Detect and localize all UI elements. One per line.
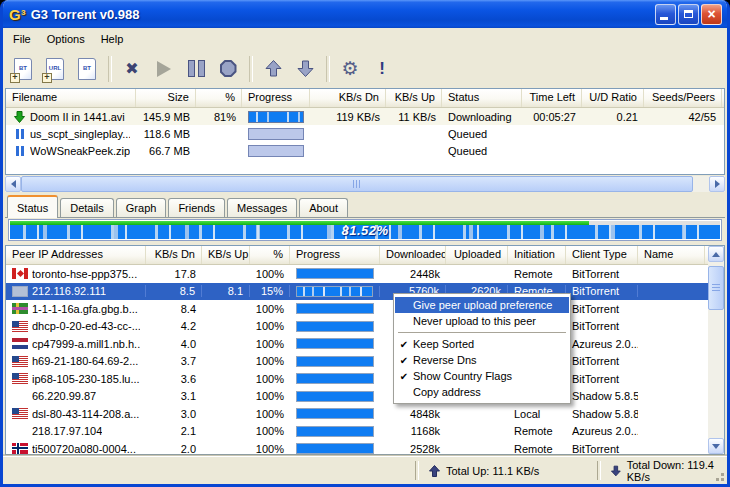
context-menu-item[interactable]: Give peer upload preference <box>395 297 569 313</box>
torrent-column-header-status[interactable]: Status <box>442 89 522 107</box>
peer-progress-bar <box>296 391 374 402</box>
tab-details[interactable]: Details <box>60 198 114 217</box>
menu-item-options[interactable]: Options <box>39 30 93 48</box>
tab-status[interactable]: Status <box>7 195 58 218</box>
remove-torrent-button[interactable]: ✖ <box>118 54 146 84</box>
peer-progress-bar <box>296 286 373 297</box>
peer-row[interactable]: 66.220.99.873.1100%Shadow 5.8.5 <box>6 388 724 406</box>
tab-friends[interactable]: Friends <box>168 198 225 217</box>
peer-progress-bar <box>296 443 374 454</box>
peer-row[interactable]: dsl-80-43-114-208.a...3.0100%4848kLocalS… <box>6 405 724 423</box>
peer-column-header-initiation[interactable]: Initiation <box>508 246 566 264</box>
resize-grip[interactable] <box>721 478 724 481</box>
torrent-progress-bar <box>248 111 304 123</box>
peer-column-header-uploaded[interactable]: Uploaded <box>446 246 508 264</box>
close-button[interactable]: × <box>701 4 722 25</box>
tab-graph[interactable]: Graph <box>116 198 167 217</box>
peer-column-header-kbs_up[interactable]: KB/s Up <box>202 246 250 264</box>
context-menu-item[interactable]: Never upload to this peer <box>395 313 569 329</box>
peer-column-header-client[interactable]: Client Type <box>566 246 638 264</box>
peer-cell-progress <box>290 443 380 454</box>
torrent-row[interactable]: WoWSneakPeek.zip66.7 MBQueued <box>6 142 724 159</box>
torrent-row[interactable]: Doom II in 1441.avi145.9 MB81%119 KB/s11… <box>6 108 724 125</box>
torrent-column-header-time_left[interactable]: Time Left <box>522 89 582 107</box>
torrent-column-header-progress[interactable]: Progress <box>242 89 310 107</box>
doc-url-plus-icon: URL+ <box>46 58 64 80</box>
scroll-up-button[interactable] <box>708 246 724 262</box>
tab-about[interactable]: About <box>299 198 348 217</box>
horizontal-scrollbar[interactable] <box>5 176 725 192</box>
peer-column-header-ip[interactable]: Peer IP Addresses <box>6 246 146 264</box>
check-icon: ✔ <box>395 355 413 366</box>
move-up-button[interactable] <box>259 54 287 84</box>
context-menu-item[interactable]: Copy address <box>395 384 569 400</box>
move-down-button[interactable] <box>291 54 319 84</box>
alert-button[interactable]: ! <box>368 54 396 84</box>
flag-usa-icon <box>12 321 28 332</box>
peer-row[interactable]: toronto-hse-ppp375...17.8100%2448kRemote… <box>6 265 724 283</box>
statusbar-separator <box>415 461 419 480</box>
torrent-column-header-kbs_dn[interactable]: KB/s Dn <box>310 89 386 107</box>
peer-cell-ip: dhcp-0-20-ed-43-cc-... <box>6 320 146 332</box>
check-icon: ✔ <box>395 371 413 382</box>
add-torrent-url-button[interactable]: URL+ <box>41 54 69 84</box>
maximize-button[interactable] <box>678 4 699 25</box>
torrent-column-header-filename[interactable]: Filename <box>6 89 136 107</box>
title-bar[interactable]: G³ G3 Torrent v0.988 × <box>0 0 730 28</box>
peer-cell-client: BitTorrent <box>566 303 638 315</box>
minimize-button[interactable] <box>655 4 676 25</box>
context-menu-item[interactable]: ✔Show Country Flags <box>395 368 569 384</box>
peer-ip-text: h69-21-180-64.69-2... <box>32 355 138 367</box>
peer-row[interactable]: h69-21-180-64.69-2...3.7100%BitTorrent <box>6 353 724 371</box>
x-icon: ✖ <box>125 59 138 78</box>
tab-messages[interactable]: Messages <box>227 198 297 217</box>
menu-item-label: Give peer upload preference <box>413 299 552 311</box>
peer-row[interactable]: 1-1-1-16a.gfa.gbg.b...8.4100%BitTorrent <box>6 300 724 318</box>
peer-cell-ip: ip68-105-230-185.lu... <box>6 373 146 385</box>
peer-row[interactable]: ip68-105-230-185.lu...3.6100%BitTorrent <box>6 370 724 388</box>
scroll-left-button[interactable] <box>5 176 21 192</box>
menu-item-help[interactable]: Help <box>93 30 132 48</box>
torrent-column-header-percent[interactable]: % <box>196 89 242 107</box>
vertical-scrollbar[interactable] <box>708 246 724 454</box>
peer-cell-kbs_dn: 4.2 <box>146 320 202 332</box>
torrent-column-header-seeds_peers[interactable]: Seeds/Peers <box>644 89 722 107</box>
torrent-column-header-size[interactable]: Size <box>136 89 196 107</box>
preferences-button[interactable]: ⚙ <box>336 54 364 84</box>
peer-row[interactable]: 212.116.92.1118.58.115%5760k2620kRemoteB… <box>6 283 724 301</box>
peer-row[interactable]: ti500720a080-0004...2.0100%2528kRemoteBi… <box>6 440 724 455</box>
play-icon <box>157 61 171 77</box>
peer-cell-ip: dsl-80-43-114-208.a... <box>6 408 146 420</box>
doc-bt-plus-icon: BT+ <box>14 58 32 80</box>
peer-ip-text: 1-1-1-16a.gfa.gbg.b... <box>32 303 138 315</box>
peer-column-header-percent[interactable]: % <box>250 246 290 264</box>
peer-column-header-progress[interactable]: Progress <box>290 246 380 264</box>
torrent-row[interactable]: us_scpt_singleplay...118.6 MBQueued <box>6 125 724 142</box>
hscroll-thumb[interactable] <box>21 176 693 192</box>
torrent-column-header-ud_ratio[interactable]: U/D Ratio <box>582 89 644 107</box>
pause-torrent-button[interactable] <box>182 54 210 84</box>
peer-cell-percent: 100% <box>250 443 290 455</box>
scroll-down-button[interactable] <box>708 438 724 454</box>
peer-progress-bar <box>296 321 374 332</box>
vscroll-thumb[interactable] <box>708 266 724 310</box>
peer-column-header-kbs_dn[interactable]: KB/s Dn <box>146 246 202 264</box>
peer-row[interactable]: dhcp-0-20-ed-43-cc-...4.2100%BitTorrent <box>6 318 724 336</box>
scroll-right-button[interactable] <box>709 176 725 192</box>
peer-column-header-downloaded[interactable]: Downloaded <box>380 246 446 264</box>
start-torrent-button[interactable] <box>150 54 178 84</box>
add-torrent-file-button[interactable]: BT+ <box>9 54 37 84</box>
peer-row[interactable]: 218.17.97.1042.1100%1168kRemoteAzureus 2… <box>6 423 724 441</box>
open-torrent-button[interactable]: BT <box>73 54 101 84</box>
status-bar: Total Up: 11.1 KB/s Total Down: 119.4 KB… <box>3 456 727 484</box>
peer-progress-bar <box>296 356 374 367</box>
torrent-cell-size: 145.9 MB <box>136 111 196 123</box>
peer-ip-text: 66.220.99.87 <box>32 390 96 402</box>
peer-row[interactable]: cp47999-a.mill1.nb.h...4.0100%Azureus 2.… <box>6 335 724 353</box>
torrent-column-header-kbs_up[interactable]: KB/s Up <box>386 89 442 107</box>
menu-item-file[interactable]: File <box>5 30 39 48</box>
stop-torrent-button[interactable] <box>214 54 242 84</box>
context-menu-item[interactable]: ✔Keep Sorted <box>395 336 569 352</box>
peer-column-header-name[interactable]: Name <box>638 246 705 264</box>
context-menu-item[interactable]: ✔Reverse Dns <box>395 352 569 368</box>
